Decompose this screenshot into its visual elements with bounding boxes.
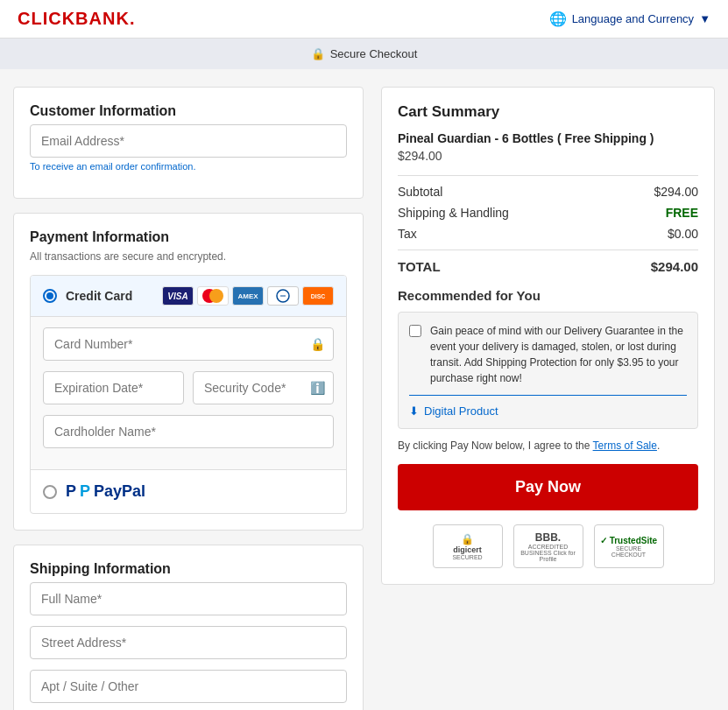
globe-icon: 🌐 [549,11,567,27]
total-label: TOTAL [398,259,441,274]
card-icons: VISA AMEX DISC [162,286,334,306]
subtotal-row: Subtotal $294.00 [398,185,698,199]
cart-summary-title: Cart Summary [398,103,698,121]
apt-input[interactable] [30,670,347,703]
total-row: TOTAL $294.00 [398,259,698,274]
product-price: $294.00 [398,149,698,163]
email-hint: To receive an email order confirmation. [30,161,347,172]
email-form-group: To receive an email order confirmation. [30,124,347,172]
cardholder-input[interactable] [43,415,334,448]
apt-group [30,670,347,703]
trusted-sub: SECURE CHECKOUT [598,545,660,558]
tax-row: Tax $0.00 [398,227,698,241]
discover-icon: DISC [302,286,334,306]
language-currency-button[interactable]: 🌐 Language and Currency ▼ [549,11,710,27]
shipping-title: Shipping Information [30,561,347,577]
recommended-title: Recommended for You [398,288,698,303]
subtotal-value: $294.00 [654,185,698,199]
pay-now-button[interactable]: Pay Now [398,464,698,510]
credit-card-radio[interactable] [43,289,57,303]
info-icon: ℹ️ [310,381,325,395]
shipping-row: Shipping & Handling FREE [398,206,698,220]
paypal-option[interactable]: PP PayPal [31,470,346,513]
bbb-badge: BBB. ACCREDITED BUSINESS Click for Profi… [513,524,583,568]
full-name-group [30,582,347,615]
trust-badges: 🔒 digicert SECURED BBB. ACCREDITED BUSIN… [398,524,698,568]
lock-icon: 🔒 [311,47,325,60]
card-number-group: 🔒 [43,327,334,361]
rec-divider [409,395,687,396]
svg-point-1 [209,289,223,303]
terms-text: By clicking Pay Now below, I agree to th… [398,439,698,452]
main-layout: Customer Information To receive an email… [0,69,728,710]
paypal-logo: PP PayPal [66,482,145,501]
mastercard-icon [197,286,229,306]
visa-icon: VISA [162,286,194,306]
lang-currency-label: Language and Currency [572,12,695,25]
credit-card-label: Credit Card [66,289,132,303]
rec-description: Gain peace of mind with our Delivery Gua… [430,323,687,386]
clickbank-logo: CLICKBANK. [18,9,135,29]
trustedsite-badge: ✓ TrustedSite SECURE CHECKOUT [594,524,664,568]
product-name: Pineal Guardian - 6 Bottles ( Free Shipp… [398,131,698,145]
rec-row: Gain peace of mind with our Delivery Gua… [409,323,687,386]
secure-checkout-text: Secure Checkout [330,47,418,60]
cart-summary-card: Cart Summary Pineal Guardian - 6 Bottles… [381,87,715,585]
payment-subtitle: All transactions are secure and encrypte… [30,250,347,263]
trusted-title: ✓ TrustedSite [600,536,657,545]
terms-of-sale-link[interactable]: Terms of Sale [593,439,657,452]
paypal-label: PayPal [94,482,145,501]
tax-label: Tax [398,227,417,241]
lock-icon: 🔒 [310,337,325,351]
recommended-box: Gain peace of mind with our Delivery Gua… [398,312,698,429]
amex-icon: AMEX [232,286,264,306]
credit-card-fields: 🔒 ℹ️ [31,317,346,470]
street-input[interactable] [30,626,347,659]
secure-banner: 🔒 Secure Checkout [0,39,728,69]
right-column: Cart Summary Pineal Guardian - 6 Bottles… [381,87,715,585]
download-icon: ⬇ [409,404,419,418]
digital-product-label: Digital Product [424,404,498,418]
payment-info-section: Payment Information All transactions are… [13,213,364,531]
bbb-sub: ACCREDITED BUSINESS Click for Profile [518,544,579,562]
left-column: Customer Information To receive an email… [13,87,364,710]
payment-info-title: Payment Information [30,229,347,245]
cart-divider-1 [398,175,698,176]
email-input[interactable] [30,124,347,158]
credit-card-option[interactable]: Credit Card VISA AMEX DISC [31,276,346,317]
header: CLICKBANK. 🌐 Language and Currency ▼ [0,0,728,39]
customer-info-section: Customer Information To receive an email… [13,87,364,199]
bbb-title: BBB. [535,531,561,544]
street-group [30,626,347,659]
diners-icon [267,286,299,306]
shipping-info-section: Shipping Information Country* United Sta… [13,545,364,710]
expiration-input[interactable] [43,371,184,404]
payment-methods: Credit Card VISA AMEX DISC [30,275,347,514]
full-name-input[interactable] [30,582,347,615]
tax-value: $0.00 [668,227,698,241]
cardholder-group [43,415,334,448]
delivery-guarantee-checkbox[interactable] [409,325,421,337]
card-number-input[interactable] [43,327,334,361]
digicert-title: digicert [453,545,482,554]
expiration-group [43,371,184,404]
digicert-sub: SECURED [452,554,482,560]
security-code-group: ℹ️ [193,371,334,404]
chevron-down-icon: ▼ [699,12,710,25]
digital-product-row: ⬇ Digital Product [409,404,687,418]
total-value: $294.00 [651,259,698,274]
shipping-value: FREE [666,206,698,220]
cart-divider-2 [398,250,698,250]
customer-info-title: Customer Information [30,103,347,119]
paypal-radio[interactable] [43,485,57,499]
subtotal-label: Subtotal [398,185,442,199]
shipping-label: Shipping & Handling [398,206,509,220]
digicert-badge: 🔒 digicert SECURED [433,524,503,568]
